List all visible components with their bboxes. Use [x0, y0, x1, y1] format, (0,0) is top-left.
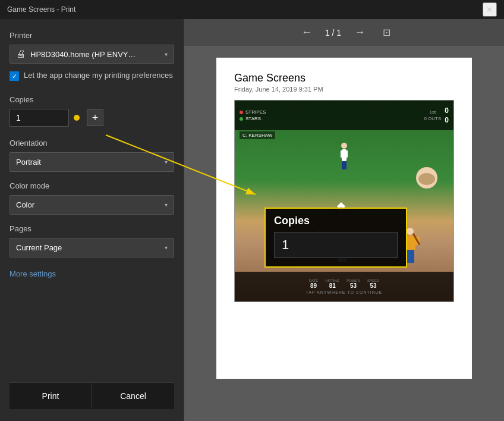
team1-indicator	[240, 111, 243, 114]
stats-row: RATE 89 HITTING 81 POWER 53	[309, 279, 380, 289]
paper-title: Game Screens	[234, 72, 454, 84]
color-mode-dropdown[interactable]: Color ▾	[10, 195, 174, 215]
stat-speed-value: 53	[370, 282, 377, 289]
printer-dropdown-left: 🖨 HP8D3040.home (HP ENVY 5()	[16, 49, 137, 59]
main-layout: Printer 🖨 HP8D3040.home (HP ENVY 5() ▾ ✓…	[0, 19, 504, 421]
game-hud-top: STRIPES STARS 1st 0 OUTS 0	[235, 100, 453, 130]
close-button[interactable]: ✕	[483, 2, 497, 17]
svg-point-16	[407, 228, 414, 235]
copies-plus-button[interactable]: +	[87, 109, 103, 126]
tap-text: TAP ANYWHERE TO CONTINUE	[306, 290, 383, 294]
svg-point-24	[418, 173, 435, 185]
check-icon: ✓	[12, 73, 17, 80]
printer-name: HP8D3040.home (HP ENVY 5()	[30, 50, 137, 59]
next-page-button[interactable]: →	[351, 25, 368, 40]
orientation-dropdown[interactable]: Portrait ▾	[10, 152, 174, 172]
paper-preview: Game Screens Friday, June 14, 2019 9:31 …	[216, 58, 472, 379]
left-panel-inner: Printer 🖨 HP8D3040.home (HP ENVY 5() ▾ ✓…	[10, 31, 174, 382]
window-title: Game Screens - Print	[7, 5, 75, 14]
orientation-value: Portrait	[16, 158, 41, 166]
more-settings-link[interactable]: More settings	[10, 269, 174, 278]
printing-prefs-checkbox[interactable]: ✓	[10, 71, 19, 81]
print-button[interactable]: Print	[10, 383, 92, 409]
printing-prefs-row[interactable]: ✓ Let the app change my printing prefere…	[10, 71, 174, 81]
pitcher-figure	[338, 142, 350, 174]
copies-label: Copies	[10, 95, 174, 104]
team2-name: STARS	[245, 116, 261, 121]
copies-tooltip: Copies 1	[264, 208, 407, 268]
paper-date: Friday, June 14, 2019 9:31 PM	[234, 86, 454, 93]
orientation-chevron-icon: ▾	[165, 159, 168, 165]
catcher-face	[415, 166, 439, 192]
score2: 0	[445, 116, 449, 124]
printer-dropdown[interactable]: 🖨 HP8D3040.home (HP ENVY 5() ▾	[10, 45, 174, 64]
titlebar: Game Screens - Print ✕	[0, 0, 504, 19]
color-mode-value: Color	[16, 200, 34, 209]
stat-hitting: HITTING 81	[325, 279, 339, 289]
stat-power-value: 53	[350, 282, 357, 289]
color-mode-chevron-icon: ▾	[165, 202, 168, 208]
svg-point-0	[341, 143, 347, 149]
pages-chevron-icon: ▾	[165, 244, 168, 251]
team-block: STRIPES STARS	[240, 109, 420, 121]
orientation-label: Orientation	[10, 139, 174, 147]
pages-value: Current Page	[16, 243, 62, 252]
printer-chevron-icon: ▾	[165, 51, 168, 58]
stat-speed: SPEED 53	[367, 279, 379, 289]
page-info: 1 / 1	[325, 28, 341, 37]
stat-power: POWER 53	[346, 279, 360, 289]
outs-label: 0 OUTS	[424, 116, 441, 121]
stat-rate-value: 89	[310, 282, 317, 289]
team1-row: STRIPES	[240, 109, 420, 115]
nav-bar: ← 1 / 1 → ⊡	[184, 19, 504, 46]
left-panel: Printer 🖨 HP8D3040.home (HP ENVY 5() ▾ ✓…	[0, 19, 184, 421]
team2-row: STARS	[240, 116, 420, 121]
stat-hitting-value: 81	[329, 282, 336, 289]
inning-block: 1st 0 OUTS	[424, 109, 441, 121]
color-mode-label: Color mode	[10, 181, 174, 190]
printer-label: Printer	[10, 31, 174, 40]
copies-input[interactable]	[10, 109, 69, 127]
copies-row: +	[10, 109, 174, 127]
team1-name: STRIPES	[245, 109, 266, 115]
copies-section: Copies +	[10, 95, 174, 127]
right-panel: ← 1 / 1 → ⊡ Game Screens Friday, June 14…	[184, 19, 504, 421]
printer-icon: 🖨	[16, 49, 26, 59]
pages-dropdown[interactable]: Current Page ▾	[10, 238, 174, 257]
score-block: 0 0	[445, 106, 449, 124]
inning-label: 1st	[430, 109, 436, 115]
player-name: C. KERSHAW	[240, 131, 275, 139]
copies-dot-indicator	[74, 115, 80, 121]
tooltip-title: Copies	[274, 215, 398, 227]
pages-label: Pages	[10, 224, 174, 233]
svg-rect-2	[341, 150, 343, 158]
game-screenshot: STRIPES STARS 1st 0 OUTS 0	[234, 100, 454, 302]
cancel-button[interactable]: Cancel	[92, 383, 174, 409]
stat-rate: RATE 89	[309, 279, 319, 289]
score1: 0	[445, 106, 449, 115]
svg-rect-3	[345, 150, 348, 158]
printing-prefs-label: Let the app change my printing preferenc…	[24, 71, 173, 81]
bottom-buttons: Print Cancel	[10, 382, 174, 409]
game-stats-bottom: RATE 89 HITTING 81 POWER 53	[235, 272, 453, 301]
prev-page-button[interactable]: ←	[298, 25, 316, 40]
team2-indicator	[240, 117, 243, 121]
fit-button[interactable]: ⊡	[383, 27, 390, 38]
tooltip-value: 1	[274, 232, 398, 258]
paper-image-container: STRIPES STARS 1st 0 OUTS 0	[234, 100, 454, 302]
svg-rect-22	[410, 250, 414, 263]
svg-rect-5	[344, 161, 346, 169]
svg-rect-4	[342, 161, 344, 169]
